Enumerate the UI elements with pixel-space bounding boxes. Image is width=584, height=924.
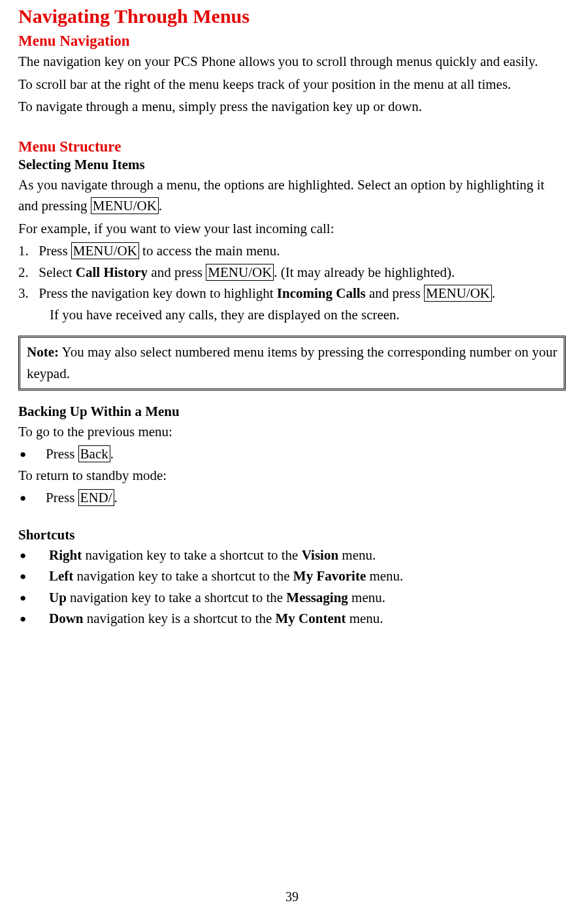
bold-text: Down bbox=[49, 611, 84, 626]
section-heading-menu-structure: Menu Structure bbox=[18, 138, 566, 155]
bold-text: My Favorite bbox=[293, 568, 366, 584]
bold-text: Messaging bbox=[286, 590, 348, 605]
text: navigation key to take a shortcut to the bbox=[82, 547, 302, 563]
key-end: END/ bbox=[78, 489, 114, 506]
page-number: 39 bbox=[0, 889, 584, 904]
bold-text: My Content bbox=[275, 611, 346, 626]
list-item: Left navigation key to take a shortcut t… bbox=[18, 566, 566, 587]
note-text: You may also select numbered menu items … bbox=[27, 344, 557, 381]
note-label: Note: bbox=[27, 344, 59, 360]
paragraph: To scroll bar at the right of the menu k… bbox=[18, 74, 566, 95]
paragraph: The navigation key on your PCS Phone all… bbox=[18, 51, 566, 72]
key-menuok: MENU/OK bbox=[206, 264, 274, 281]
bold-text: Call History bbox=[76, 264, 148, 280]
list-item: Right navigation key to take a shortcut … bbox=[18, 545, 566, 566]
bold-text: Incoming Calls bbox=[277, 285, 366, 301]
subheading-backing-up: Backing Up Within a Menu bbox=[18, 404, 566, 420]
bold-text: Right bbox=[49, 547, 82, 563]
list-item: Down navigation key is a shortcut to the… bbox=[18, 608, 566, 629]
bold-text: Left bbox=[49, 568, 73, 584]
text: Press the navigation key down to highlig… bbox=[39, 285, 277, 301]
text: Press bbox=[39, 243, 71, 259]
text: menu. bbox=[348, 590, 385, 605]
text: and press bbox=[148, 264, 206, 280]
text: navigation key to take a shortcut to the bbox=[67, 590, 287, 605]
text: . bbox=[114, 490, 118, 505]
key-menuok: MENU/OK bbox=[424, 285, 492, 302]
step-number: 1. bbox=[18, 240, 35, 262]
text: menu. bbox=[338, 547, 376, 563]
text: Select bbox=[39, 264, 76, 280]
bullet-list: Right navigation key to take a shortcut … bbox=[18, 545, 566, 629]
step-3: 3. Press the navigation key down to high… bbox=[18, 283, 566, 304]
list-item: Up navigation key to take a shortcut to … bbox=[18, 587, 566, 609]
text: Press bbox=[46, 446, 78, 462]
text: . bbox=[110, 446, 114, 462]
text: . bbox=[492, 285, 495, 301]
paragraph: As you navigate through a menu, the opti… bbox=[18, 174, 566, 217]
list-item: Press Back. bbox=[18, 443, 566, 465]
subheading-shortcuts: Shortcuts bbox=[18, 527, 566, 543]
bold-text: Vision bbox=[302, 547, 338, 563]
step-2: 2. Select Call History and press MENU/OK… bbox=[18, 262, 566, 283]
ordered-steps: 1. Press MENU/OK to access the main menu… bbox=[18, 240, 566, 304]
key-menuok: MENU/OK bbox=[71, 242, 139, 259]
paragraph: To return to standby mode: bbox=[18, 465, 566, 486]
list-item: Press END/. bbox=[18, 487, 566, 509]
paragraph: To go to the previous menu: bbox=[18, 421, 566, 443]
bullet-list: Press END/. bbox=[18, 487, 566, 509]
step-continuation: If you have received any calls, they are… bbox=[18, 304, 566, 326]
bullet-list: Press Back. bbox=[18, 443, 566, 465]
bold-text: Up bbox=[49, 590, 67, 605]
paragraph: To navigate through a menu, simply press… bbox=[18, 96, 566, 118]
note-box: Note: You may also select numbered menu … bbox=[18, 336, 566, 390]
key-back: Back bbox=[78, 445, 110, 462]
step-number: 2. bbox=[18, 262, 35, 283]
document-page: Navigating Through Menus Menu Navigation… bbox=[0, 0, 584, 629]
subheading-selecting-menu-items: Selecting Menu Items bbox=[18, 157, 566, 173]
step-number: 3. bbox=[18, 283, 35, 304]
text: and press bbox=[366, 285, 424, 301]
text: menu. bbox=[346, 611, 383, 626]
page-title: Navigating Through Menus bbox=[18, 5, 566, 27]
text: . bbox=[159, 198, 162, 214]
key-menuok: MENU/OK bbox=[91, 197, 159, 214]
text: navigation key is a shortcut to the bbox=[84, 611, 276, 626]
section-heading-menu-navigation: Menu Navigation bbox=[18, 33, 566, 50]
text: Press bbox=[46, 490, 78, 505]
paragraph: For example, if you want to view your la… bbox=[18, 218, 566, 240]
step-1: 1. Press MENU/OK to access the main menu… bbox=[18, 240, 566, 262]
text: navigation key to take a shortcut to the bbox=[73, 568, 293, 584]
text: to access the main menu. bbox=[139, 243, 280, 259]
text: . (It may already be highlighted). bbox=[274, 264, 455, 280]
text: menu. bbox=[366, 568, 403, 584]
